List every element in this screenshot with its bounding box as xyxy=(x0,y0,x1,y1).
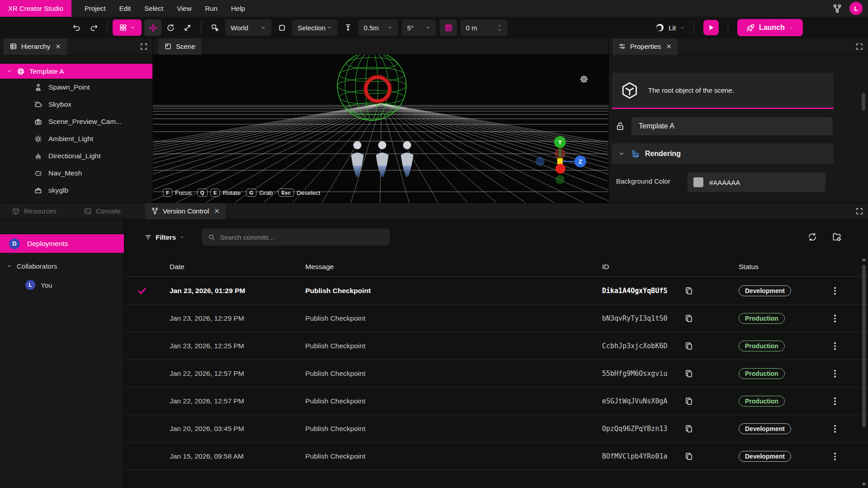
viewport-settings-gear-icon[interactable] xyxy=(579,75,588,84)
scrollbar-up-arrow[interactable] xyxy=(862,258,866,261)
layout-grid-button[interactable] xyxy=(113,19,142,36)
wireframe-sphere[interactable] xyxy=(337,55,406,120)
row-menu-button[interactable] xyxy=(832,423,838,435)
close-icon[interactable]: ✕ xyxy=(213,208,220,214)
user-avatar[interactable]: L xyxy=(849,2,863,15)
row-menu-button[interactable] xyxy=(832,341,838,352)
unlock-icon[interactable] xyxy=(615,121,625,131)
row-menu-button[interactable] xyxy=(832,451,838,462)
stepper-chevrons[interactable] xyxy=(497,24,502,32)
close-icon[interactable]: ✕ xyxy=(665,43,672,50)
menu-item-select[interactable]: Select xyxy=(138,0,170,17)
vertical-snap-button[interactable] xyxy=(339,19,356,36)
grid-step-dropdown[interactable]: 0.5m xyxy=(358,19,398,36)
menu-item-project[interactable]: Project xyxy=(78,0,113,17)
pivot-mode-button[interactable] xyxy=(206,19,223,36)
row-menu-button[interactable] xyxy=(832,396,838,407)
row-menu-button[interactable] xyxy=(832,285,838,297)
gizmo-z-label[interactable]: Z xyxy=(579,158,582,165)
column-header-id[interactable]: ID xyxy=(602,263,609,271)
copy-id-button[interactable] xyxy=(684,369,693,378)
scrollbar-thumb[interactable] xyxy=(862,93,865,111)
menu-item-help[interactable]: Help xyxy=(224,0,252,17)
commit-settings-icon[interactable] xyxy=(832,232,842,242)
filters-button[interactable]: Filters xyxy=(144,233,185,241)
object-name-field[interactable]: Template A xyxy=(631,117,833,135)
expand-panel-icon[interactable] xyxy=(855,207,863,215)
rendering-section-header[interactable]: Rendering xyxy=(612,143,834,164)
avatar-figure[interactable] xyxy=(401,141,413,177)
tab-scene[interactable]: Scene xyxy=(158,38,201,55)
table-row[interactable]: Jan 23, 2026, 12:25 PMPublish Checkpoint… xyxy=(124,332,868,360)
viewport-3d[interactable]: YZ FFocusQERotateGGrabEscDeselect xyxy=(153,55,608,203)
gizmo-y-label[interactable]: Y xyxy=(558,139,562,146)
transform-space-dropdown[interactable]: World xyxy=(225,19,271,36)
undo-button[interactable] xyxy=(68,19,85,36)
launch-button[interactable]: Launch xyxy=(737,19,803,36)
tab-version-control[interactable]: Version Control ✕ xyxy=(145,203,226,219)
move-tool-button[interactable] xyxy=(144,19,161,36)
row-menu-button[interactable] xyxy=(832,368,838,379)
tab-resources[interactable]: Resources xyxy=(6,207,62,215)
tab-hierarchy[interactable]: Hierarchy ✕ xyxy=(4,38,67,55)
tab-properties[interactable]: Properties ✕ xyxy=(612,38,678,55)
scrollbar-thumb[interactable] xyxy=(862,265,866,427)
copy-id-button[interactable] xyxy=(684,341,693,351)
expand-panel-icon[interactable] xyxy=(140,43,148,51)
sidebar-item-you[interactable]: L You xyxy=(0,277,124,293)
tree-item-ambient-light[interactable]: Ambient_Light xyxy=(0,130,152,147)
refresh-icon[interactable] xyxy=(807,232,817,242)
copy-id-button[interactable] xyxy=(684,397,693,406)
tree-item-nav-mesh[interactable]: Nav_Mesh xyxy=(0,165,152,182)
tree-item-directional-light[interactable]: Directional_Light xyxy=(0,147,152,165)
expand-panel-icon[interactable] xyxy=(855,43,863,51)
copy-id-button[interactable] xyxy=(684,424,693,433)
kebab-dot xyxy=(834,373,836,374)
tab-console[interactable]: Console xyxy=(78,207,126,215)
copy-id-button[interactable] xyxy=(684,286,693,295)
table-row[interactable]: Jan 22, 2026, 12:57 PMPublish Checkpoint… xyxy=(124,360,868,388)
play-button[interactable] xyxy=(703,20,719,35)
angle-step-dropdown[interactable]: 5° xyxy=(402,19,436,36)
menu-item-run[interactable]: Run xyxy=(198,0,224,17)
background-color-input[interactable]: #AAAAAA xyxy=(688,172,825,192)
shading-mode-dropdown[interactable]: Lit xyxy=(655,23,685,32)
table-row[interactable]: Jan 23, 2026, 01:29 PMPublish Checkpoint… xyxy=(124,277,868,305)
table-row[interactable]: Jan 22, 2026, 12:57 PMPublish Checkpoint… xyxy=(124,388,868,415)
color-swatch[interactable] xyxy=(693,177,703,187)
avatar-figure[interactable] xyxy=(351,141,364,177)
height-stepper[interactable]: 0 m xyxy=(460,19,508,36)
scrollbar-down-arrow[interactable] xyxy=(862,483,866,486)
table-row[interactable]: Jan 23, 2026, 12:29 PMPublish Checkpoint… xyxy=(124,305,868,332)
selection-mode-dropdown[interactable]: Selection xyxy=(292,19,337,36)
menu-item-view[interactable]: View xyxy=(170,0,198,17)
column-header-status[interactable]: Status xyxy=(739,263,759,271)
tree-item-skybox[interactable]: Skybox xyxy=(0,96,152,113)
copy-id-button[interactable] xyxy=(684,314,693,323)
close-icon[interactable]: ✕ xyxy=(54,43,61,50)
tree-item-scene-preview-cam-[interactable]: Scene_Preview_Cam... xyxy=(0,113,152,130)
rotate-tool-button[interactable] xyxy=(161,19,179,36)
chevron-down-icon[interactable] xyxy=(6,68,12,74)
column-header-date[interactable]: Date xyxy=(170,263,185,271)
tree-item-spawn-point[interactable]: Spawn_Point xyxy=(0,79,152,96)
tree-item-skyglb[interactable]: skyglb xyxy=(0,182,152,199)
redo-button[interactable] xyxy=(85,19,102,36)
menu-item-edit[interactable]: Edit xyxy=(112,0,138,17)
frame-selection-button[interactable] xyxy=(273,19,290,36)
search-commits-input[interactable] xyxy=(220,233,384,241)
column-header-message[interactable]: Message xyxy=(305,263,334,271)
table-row[interactable]: Jan 20, 2026, 03:45 PMPublish Checkpoint… xyxy=(124,415,868,443)
version-control-icon[interactable] xyxy=(832,4,842,14)
row-menu-button[interactable] xyxy=(832,313,838,324)
sidebar-item-collaborators[interactable]: Collaborators xyxy=(0,258,124,274)
tree-item-template-a[interactable]: Template A xyxy=(0,64,152,79)
snap-grid-toggle[interactable] xyxy=(440,19,457,36)
scene-canvas[interactable]: YZ xyxy=(153,55,608,203)
sidebar-item-deployments[interactable]: D Deployments xyxy=(0,234,124,253)
table-row[interactable]: Jan 15, 2026, 09:58 AMPublish Checkpoint… xyxy=(124,443,868,470)
avatar-figure[interactable] xyxy=(376,141,389,177)
copy-id-button[interactable] xyxy=(684,452,693,461)
shading-mode-value: Lit xyxy=(669,24,676,32)
scale-tool-button[interactable] xyxy=(179,19,196,36)
